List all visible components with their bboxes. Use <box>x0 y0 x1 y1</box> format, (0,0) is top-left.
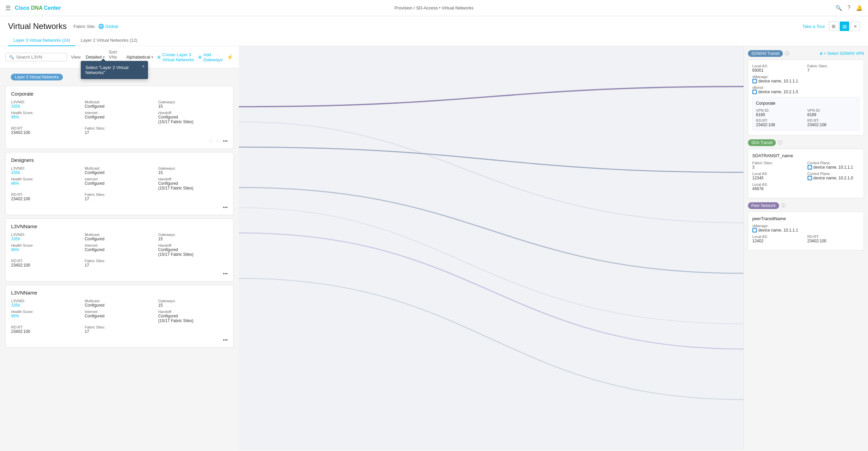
fabric-sites-label: Fabric Sites: <box>85 126 154 130</box>
local-as-label: Local AS: <box>752 64 805 68</box>
vbond-label: vBond: <box>752 86 860 90</box>
sdwan-transit-card: Local AS: 65001 Fabric Sites: 7 vManage:… <box>748 60 864 135</box>
sdwan-transit-badge: SDWAN Transit <box>748 50 783 57</box>
page-header: Virtual Networks Fabric Site: 🌐 Global T… <box>0 16 868 46</box>
more-options-button[interactable]: ••• <box>223 205 228 210</box>
filter-icon[interactable]: ⚡ <box>227 54 234 60</box>
search-input[interactable] <box>16 55 63 60</box>
health-value[interactable]: 96% <box>11 115 81 119</box>
view-value: Detailed <box>86 55 102 60</box>
vn-card-corporate: Corporate L3VNID: 3356 Multicast: Config… <box>5 86 234 149</box>
rdrt-value: 23402:100 <box>11 130 81 135</box>
peer-info-icon[interactable]: ⓘ <box>781 203 785 209</box>
sda-info-icon[interactable]: ⓘ <box>778 140 782 146</box>
fabric-site-value: Global <box>105 24 118 29</box>
vn-tag: Layer 3 Virtual Networks <box>11 74 63 81</box>
breadcrumb: Provision / SD-Access • Virtual Networks <box>395 5 474 10</box>
plus-circle-icon: ⊕ <box>198 55 202 60</box>
vn-card-title: Designers <box>11 157 228 163</box>
add-gw-label: Add Gateways <box>203 52 223 62</box>
breadcrumb-current: Virtual Networks <box>442 5 473 10</box>
peer-network-card: peerTransitName vManage: device name, 10… <box>748 212 864 250</box>
vn-card-title: Corporate <box>11 91 228 97</box>
main-content: 🔍 × Select "Layer 2 Virtual Networks" Vi… <box>0 46 868 450</box>
svg-rect-1 <box>753 91 756 93</box>
gateways-value: 15 <box>158 104 228 109</box>
device-icon3 <box>807 165 812 170</box>
handoff-value: Configured <box>158 115 228 119</box>
tooltip-popup: × Select "Layer 2 Virtual Networks" <box>81 61 148 79</box>
view-label: View: <box>71 55 82 60</box>
top-nav: ☰ Cisco DNA Center Provision / SD-Access… <box>0 0 868 16</box>
fabric-site-label: Fabric Site: <box>73 24 96 29</box>
search-box[interactable]: 🔍 <box>5 53 67 61</box>
device-icon <box>752 79 757 84</box>
breadcrumb-provision[interactable]: Provision <box>395 5 412 10</box>
notification-icon[interactable]: 🔔 <box>856 5 863 11</box>
multicast-label: Multicast: <box>85 100 154 104</box>
tooltip-close-button[interactable]: × <box>142 64 145 69</box>
create-l3vn-button[interactable]: ⊕ Create Layer 3 Virtual Networks <box>157 52 194 62</box>
more-options-button[interactable]: ••• <box>223 138 228 144</box>
internet-label: Internet: <box>85 111 154 115</box>
detail-view-button[interactable]: ≡ <box>850 22 860 31</box>
svg-rect-2 <box>808 166 811 169</box>
health-label: Health Score: <box>11 111 81 115</box>
sda-transit-section: SDA Transit ⓘ SDATRANSIT_name Fabric Sit… <box>748 139 864 198</box>
sda-transit-name: SDATRANSIT_name <box>752 153 860 158</box>
rdrt-label: RD:RT: <box>11 126 81 130</box>
more-options-button[interactable]: ••• <box>223 271 228 276</box>
tooltip-text: Select "Layer 2 Virtual Networks" <box>86 65 128 75</box>
svg-rect-4 <box>753 229 756 232</box>
globe-icon: 🌐 <box>98 24 104 29</box>
fabric-sites-value: 7 <box>807 68 860 73</box>
search-icon[interactable]: 🔍 <box>835 5 842 11</box>
sdwan-transit-section: SDWAN Transit ⓘ ⊕ + Select SDWAN VPN Loc… <box>748 50 864 135</box>
create-label: Create Layer 3 Virtual Networks <box>162 52 194 62</box>
sda-transit-badge: SDA Transit <box>748 139 776 146</box>
breadcrumb-sdaccess[interactable]: SD-Access <box>416 5 438 10</box>
multicast-value: Configured <box>85 104 154 109</box>
svg-rect-0 <box>753 80 756 83</box>
sort-dropdown[interactable]: Alphabetical ▾ <box>126 55 153 60</box>
star-button[interactable]: ☆ <box>209 138 213 144</box>
left-panel: 🔍 × Select "Layer 2 Virtual Networks" Vi… <box>0 46 239 450</box>
fabric-sites-label: Fabric Sites: <box>807 64 860 68</box>
vn-card-title: L3VNName <box>11 290 228 296</box>
app-logo: Cisco DNA Center <box>15 5 61 11</box>
peer-transit-name: peerTransitName <box>752 216 860 221</box>
svg-rect-3 <box>808 177 811 179</box>
fabric-site-selector[interactable]: 🌐 Global <box>98 24 118 29</box>
tabs: Layer 3 Virtual Networks (24) Layer 2 Vi… <box>8 35 860 46</box>
hamburger-icon[interactable]: ☰ <box>5 4 11 12</box>
device-icon4 <box>807 176 812 180</box>
vmanage-label: vManage: <box>752 75 860 79</box>
breadcrumb-sep1: / <box>414 5 415 10</box>
l3vnid-value[interactable]: 3356 <box>11 104 81 109</box>
vmanage-value: device name, 10.1.1.1 <box>752 79 860 84</box>
more-options-button[interactable]: ••• <box>223 337 228 342</box>
sdwan-info-icon[interactable]: ⓘ <box>785 51 789 57</box>
add-gateways-button[interactable]: ⊕ Add Gateways <box>198 52 223 62</box>
view-toggle: ⊞ ▤ ≡ <box>829 22 860 31</box>
page-title: Virtual Networks <box>8 22 67 31</box>
tab-l3vn[interactable]: Layer 3 Virtual Networks (24) <box>8 35 75 46</box>
sort-value: Alphabetical <box>126 55 150 60</box>
peer-network-badge: Peer Network <box>748 202 779 209</box>
select-sdwan-button[interactable]: ⊕ + Select SDWAN VPN <box>819 51 864 56</box>
fabric-sites-value: 17 <box>85 130 154 135</box>
grid-view-button[interactable]: ⊞ <box>829 22 838 31</box>
star2-button[interactable]: ☆ <box>216 138 220 144</box>
tab-l2vn[interactable]: Layer 2 Virtual Networks (12) <box>75 35 143 46</box>
graph-area <box>239 46 744 450</box>
search-icon: 🔍 <box>9 55 14 60</box>
device-icon5 <box>752 228 757 233</box>
list-view-button[interactable]: ▤ <box>840 22 849 31</box>
help-icon[interactable]: ? <box>847 5 850 11</box>
l3vnid-label: L3VNID: <box>11 100 81 104</box>
gateways-label: Gateways: <box>158 100 228 104</box>
take-tour-link[interactable]: Take a Tour <box>802 24 825 29</box>
select-sdwan-label: + Select SDWAN VPN <box>824 51 864 56</box>
vbond-value: device name, 10.2.1.0 <box>752 90 860 94</box>
vn-card-title: L3VNName <box>11 223 228 229</box>
